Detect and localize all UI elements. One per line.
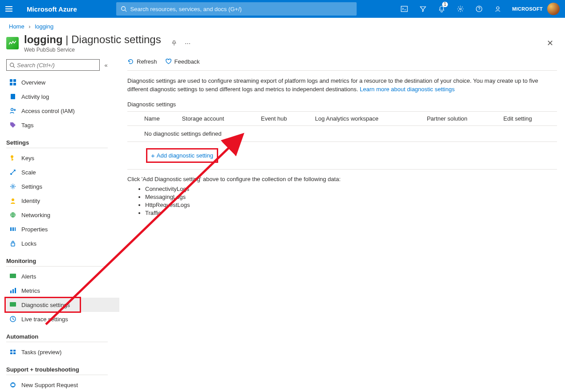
search-icon	[121, 6, 127, 12]
table-row-add: + Add diagnostic setting	[127, 141, 557, 169]
diagnostic-settings-table: Name Storage account Event hub Log Analy…	[127, 111, 557, 170]
svg-point-14	[14, 109, 16, 111]
nav-identity[interactable]: Identity	[6, 194, 119, 208]
pin-icon[interactable]	[168, 37, 180, 49]
feedback-label: Feedback	[175, 58, 200, 65]
log-categories-list: ConnectivityLogs MessagingLogs HttpReque…	[145, 185, 557, 218]
page-header: logging | Diagnostic settings Web PubSub…	[0, 32, 565, 53]
nav-tasks[interactable]: Tasks (preview)	[6, 345, 119, 359]
nav-networking[interactable]: Networking	[6, 208, 119, 222]
global-search[interactable]	[116, 2, 357, 16]
svg-rect-27	[12, 289, 14, 293]
add-diagnostic-setting-button[interactable]: + Add diagnostic setting	[151, 152, 213, 159]
nav-overview[interactable]: Overview	[6, 75, 119, 89]
svg-line-7	[13, 66, 15, 67]
filter-icon[interactable]	[414, 0, 432, 18]
top-nav-bar: Microsoft Azure 1 MICROSOFT	[0, 0, 565, 18]
svg-rect-21	[10, 227, 12, 231]
nav-access-control[interactable]: Access control (IAM)	[6, 104, 119, 118]
nav-label: Settings	[21, 183, 42, 190]
nav-section-support: Support + troubleshooting	[6, 366, 108, 375]
page-title: logging | Diagnostic settings	[24, 33, 161, 45]
settings-icon[interactable]	[451, 0, 469, 18]
col-name: Name	[140, 111, 178, 125]
nav-section-automation: Automation	[6, 333, 108, 342]
svg-rect-22	[12, 227, 14, 231]
nav-label: Overview	[21, 79, 45, 86]
list-item: ConnectivityLogs	[145, 185, 557, 193]
table-caption: Diagnostic settings	[127, 101, 557, 108]
list-item: Traffic	[145, 209, 557, 217]
heart-icon	[165, 58, 172, 65]
nav-properties[interactable]: Properties	[6, 222, 119, 236]
nav-support-request[interactable]: New Support Request	[6, 378, 119, 392]
nav-label: Properties	[21, 226, 48, 233]
learn-more-link[interactable]: Learn more about diagnostic settings	[360, 86, 455, 93]
brand-label[interactable]: Microsoft Azure	[27, 5, 77, 13]
nav-alerts[interactable]: Alerts	[6, 269, 119, 283]
svg-rect-34	[13, 352, 16, 354]
feedback-button[interactable]: Feedback	[165, 58, 200, 65]
list-item: MessagingLogs	[145, 193, 557, 201]
sidebar-search-input[interactable]	[17, 62, 97, 69]
empty-message: No diagnostic settings defined	[140, 125, 557, 141]
sidebar-search[interactable]	[6, 59, 100, 71]
refresh-label: Refresh	[137, 58, 157, 65]
refresh-button[interactable]: Refresh	[127, 58, 157, 65]
nav-locks[interactable]: Locks	[6, 236, 119, 251]
global-search-input[interactable]	[130, 6, 352, 12]
svg-rect-31	[10, 350, 12, 352]
user-avatar[interactable]	[547, 3, 560, 15]
svg-rect-2	[401, 6, 407, 12]
close-icon[interactable]: ✕	[543, 36, 557, 50]
nav-section-settings: Settings	[6, 139, 108, 148]
nav-metrics[interactable]: Metrics	[6, 283, 119, 298]
svg-line-1	[125, 10, 126, 12]
nav-label: Metrics	[21, 287, 40, 294]
toolbar: Refresh Feedback	[127, 53, 557, 71]
breadcrumb-current[interactable]: logging	[35, 23, 53, 30]
nav-keys[interactable]: Keys	[6, 151, 119, 165]
more-icon[interactable]: ⋯	[183, 37, 194, 49]
nav-live-trace[interactable]: Live trace settings	[6, 312, 119, 326]
help-icon[interactable]	[470, 0, 488, 18]
nav-activity-log[interactable]: Activity log	[6, 89, 119, 104]
instructions-text: Click 'Add Diagnostic setting' above to …	[127, 176, 557, 182]
chevron-right-icon: ›	[28, 23, 30, 30]
svg-rect-9	[13, 79, 16, 82]
nav-section-monitoring: Monitoring	[6, 258, 108, 267]
nav-diagnostic-settings[interactable]: Diagnostic settings	[6, 298, 119, 312]
svg-point-3	[459, 8, 461, 10]
main-content: Refresh Feedback Diagnostic settings are…	[119, 53, 565, 226]
nav-scale[interactable]: Scale	[6, 165, 119, 179]
col-eventhub: Event hub	[256, 111, 311, 125]
nav-label: Scale	[21, 169, 36, 176]
breadcrumb-home[interactable]: Home	[9, 23, 24, 30]
nav-settings[interactable]: Settings	[6, 179, 119, 194]
plus-icon: +	[151, 152, 155, 159]
nav-label: New Support Request	[21, 382, 78, 388]
menu-icon[interactable]	[5, 4, 14, 13]
cloud-shell-icon[interactable]	[395, 0, 413, 18]
svg-rect-12	[11, 94, 15, 99]
nav-label: Tags	[21, 122, 33, 129]
svg-rect-29	[10, 302, 16, 307]
nav-label: Alerts	[21, 273, 36, 280]
collapse-sidebar-icon[interactable]: «	[100, 62, 112, 69]
table-row-empty: No diagnostic settings defined	[127, 125, 557, 141]
breadcrumb: Home › logging	[0, 18, 565, 32]
col-log-analytics: Log Analytics workspace	[311, 111, 423, 125]
svg-point-19	[12, 198, 14, 201]
resource-type: Web PubSub Service	[24, 47, 161, 53]
nav-label: Networking	[21, 212, 50, 218]
search-icon	[9, 62, 15, 68]
col-partner: Partner solution	[423, 111, 499, 125]
nav-label: Keys	[21, 155, 34, 162]
nav-label: Diagnostic settings	[21, 302, 70, 308]
svg-rect-23	[15, 227, 16, 231]
svg-point-5	[496, 7, 499, 9]
notifications-icon[interactable]: 1	[433, 0, 451, 18]
feedback-icon[interactable]	[489, 0, 507, 18]
nav-tags[interactable]: Tags	[6, 118, 119, 132]
description-text: Diagnostic settings are used to configur…	[127, 77, 546, 94]
